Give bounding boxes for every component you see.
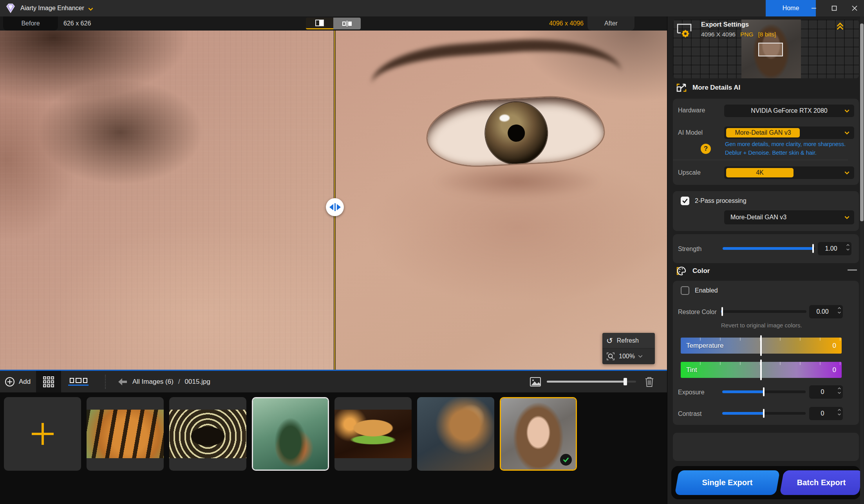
- hardware-dropdown[interactable]: NVIDIA GeForce RTX 2080: [724, 105, 854, 117]
- viewer-area: Before 626 x 626 4096 x 4096 After: [0, 16, 667, 504]
- before-size-label: 626 x 626: [63, 16, 91, 31]
- exposure-thumb[interactable]: [763, 387, 765, 396]
- under-eye-shadow: [433, 164, 602, 199]
- export-size: 4096 X 4096: [701, 31, 736, 38]
- two-pass-label: 2-Pass processing: [695, 197, 747, 204]
- thumbnail-size-slider[interactable]: [547, 381, 636, 383]
- contrast-value: 0: [821, 410, 824, 417]
- back-arrow-icon[interactable]: [117, 378, 128, 386]
- compare-canvas: ↺ Refresh 100%: [0, 31, 667, 370]
- thumbnail-butterfly[interactable]: [169, 397, 246, 471]
- strength-stepper[interactable]: [847, 244, 849, 250]
- add-images-button[interactable]: Add: [5, 371, 31, 392]
- filmstrip-view-button[interactable]: [67, 376, 89, 388]
- burger-image: [334, 410, 412, 458]
- before-image: [0, 31, 334, 370]
- add-label: Add: [19, 378, 31, 386]
- after-tab[interactable]: After: [587, 16, 634, 31]
- model-description-line1: Gen more details, more clarity, more sha…: [725, 141, 846, 147]
- minimize-button[interactable]: [805, 0, 822, 16]
- contrast-value-box[interactable]: 0: [809, 407, 843, 420]
- upscale-dropdown[interactable]: 4K: [724, 166, 854, 179]
- ai-model-label: AI Model: [678, 129, 703, 136]
- thumbnail-steampunk-dog[interactable]: [417, 397, 494, 471]
- color-collapse-button[interactable]: [848, 269, 857, 271]
- two-pass-checkbox[interactable]: [681, 197, 689, 205]
- color-title: Color: [692, 267, 710, 275]
- before-tab[interactable]: Before: [3, 16, 58, 31]
- tint-value: 0: [833, 366, 836, 374]
- sidebar-scrollbar-thumb[interactable]: [860, 23, 864, 221]
- ai-model-value: More-Detail GAN v3: [726, 128, 800, 137]
- export-collapse-button[interactable]: [838, 23, 842, 30]
- single-view-icon: [315, 20, 324, 26]
- compare-divider-handle[interactable]: [326, 198, 344, 216]
- thumbnail-tiger[interactable]: [87, 397, 164, 471]
- check-icon: [562, 456, 569, 463]
- exposure-stepper[interactable]: [838, 388, 841, 394]
- grid-view-button[interactable]: [36, 371, 61, 392]
- app-title: Aiarty Image Enhancer: [20, 5, 84, 12]
- trash-icon: [644, 376, 654, 388]
- close-icon: [851, 5, 858, 11]
- filmstrip-view-icon: [70, 378, 87, 383]
- app-window: Aiarty Image Enhancer Home Before 626 x …: [0, 0, 864, 504]
- after-image: [335, 31, 667, 370]
- tint-thumb[interactable]: [760, 359, 762, 380]
- temperature-thumb[interactable]: [760, 335, 762, 356]
- breadcrumb: All Images (6) / 0015.jpg: [117, 371, 210, 392]
- drag-right-icon: [337, 204, 341, 210]
- eye-shape: [426, 94, 605, 168]
- canvas-controls: ↺ Refresh 100%: [602, 333, 655, 364]
- restore-color-stepper[interactable]: [838, 307, 841, 313]
- help-icon[interactable]: ?: [701, 144, 711, 154]
- single-export-button[interactable]: Single Export: [677, 470, 778, 495]
- refresh-icon: ↺: [606, 337, 613, 345]
- image-size-icon: [530, 376, 541, 387]
- zoom-control[interactable]: 100%: [602, 349, 655, 364]
- exposure-slider[interactable]: [722, 390, 806, 393]
- model-description-line2: Deblur + Denoise. Better skin & hair.: [725, 150, 817, 156]
- temperature-value: 0: [833, 342, 836, 350]
- temperature-slider[interactable]: Temperature 0: [681, 338, 842, 354]
- ai-model-dropdown[interactable]: More-Detail GAN v3: [724, 126, 854, 139]
- strength-slider[interactable]: [723, 247, 815, 250]
- export-settings-title: Export Settings: [701, 21, 776, 28]
- breadcrumb-all-images[interactable]: All Images (6): [132, 378, 174, 386]
- close-button[interactable]: [846, 0, 863, 16]
- checkmark-icon: [682, 198, 688, 204]
- contrast-thumb[interactable]: [763, 409, 765, 418]
- split-view-button[interactable]: [333, 18, 361, 29]
- restore-color-slider[interactable]: [721, 310, 806, 313]
- more-details-title: More Details AI: [692, 84, 740, 92]
- restore-color-value-box[interactable]: 0.00: [809, 305, 843, 318]
- strength-slider-thumb[interactable]: [812, 244, 814, 253]
- contrast-stepper[interactable]: [838, 409, 841, 415]
- eyebrow-shape: [369, 33, 623, 101]
- thumbnail-burger[interactable]: [334, 397, 412, 471]
- thumbnail-girl-portrait-selected[interactable]: [500, 397, 577, 471]
- thumbnail-size-thumb[interactable]: [624, 378, 627, 385]
- more-details-header: More Details AI: [676, 82, 740, 93]
- color-enabled-checkbox[interactable]: [681, 286, 689, 295]
- thumbnail-terrarium-jar[interactable]: [252, 397, 329, 471]
- restore-color-thumb[interactable]: [721, 307, 723, 316]
- view-mode-toggle: [306, 18, 361, 29]
- delete-button[interactable]: [644, 371, 654, 392]
- strength-value-box[interactable]: 1.00: [818, 242, 851, 255]
- contrast-slider[interactable]: [722, 412, 806, 415]
- tint-label: Tint: [686, 366, 697, 374]
- maximize-button[interactable]: [826, 0, 843, 16]
- card-divider: [673, 160, 848, 160]
- navigator-view-rect[interactable]: [758, 43, 783, 56]
- restore-color-hint: Revert to original image colors.: [721, 322, 802, 329]
- two-pass-model-dropdown[interactable]: More-Detail GAN v3: [724, 210, 854, 224]
- tint-slider[interactable]: Tint 0: [681, 362, 842, 378]
- single-view-button[interactable]: [306, 18, 333, 29]
- exposure-value-box[interactable]: 0: [809, 385, 843, 399]
- export-settings-card[interactable]: [673, 433, 859, 461]
- app-menu-chevron-icon[interactable]: [89, 5, 92, 12]
- refresh-button[interactable]: ↺ Refresh: [602, 333, 655, 349]
- batch-export-button[interactable]: Batch Export: [782, 470, 861, 495]
- thumbnail-add-card[interactable]: [4, 397, 81, 471]
